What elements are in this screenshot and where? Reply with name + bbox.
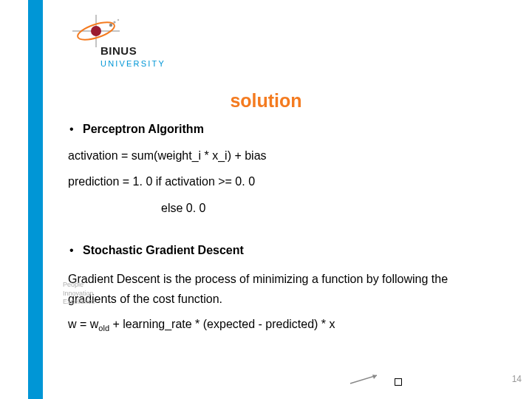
svg-point-3 — [91, 26, 101, 36]
slide-body: • Perceptron Algorithm activation = sum(… — [68, 121, 482, 334]
else-line: else 0. 0 — [68, 200, 482, 216]
weight-update-formula: w = wold + learning_rate * (expected - p… — [68, 316, 482, 334]
bullet-dot: • — [68, 121, 83, 137]
sidebar-accent — [28, 0, 43, 399]
svg-point-5 — [113, 21, 115, 23]
bullet-perceptron: • Perceptron Algorithm — [68, 121, 482, 137]
annotation-mark — [347, 372, 402, 389]
activation-line: activation = sum(weight_i * x_i) + bias — [68, 148, 482, 164]
square-icon — [395, 378, 402, 386]
arrow-icon — [347, 372, 392, 386]
binus-logo-icon: BINUS UNIVERSITY — [66, 15, 177, 74]
svg-point-4 — [109, 24, 112, 27]
bullet-dot: • — [68, 242, 83, 259]
page-number: 14 — [512, 374, 522, 384]
sgd-description: Gradient Descent is the process of minim… — [68, 269, 482, 309]
brand-name-top: BINUS — [100, 44, 137, 57]
formula-sub: old — [98, 324, 109, 333]
svg-point-6 — [117, 19, 119, 21]
svg-line-7 — [350, 375, 377, 383]
formula-pre: w = w — [68, 318, 98, 330]
bullet-label: Perceptron Algorithm — [83, 121, 204, 137]
formula-post: + learning_rate * (expected - predicted)… — [109, 318, 335, 330]
bullet-label: Stochastic Gradient Descent — [83, 242, 244, 259]
tagline: People Innovation Excellence — [63, 281, 95, 307]
tagline-l3: Excellence — [63, 298, 95, 307]
brand-logo: BINUS UNIVERSITY — [66, 15, 177, 74]
tagline-l2: Innovation — [63, 290, 95, 299]
bullet-sgd: • Stochastic Gradient Descent — [68, 242, 482, 259]
tagline-l1: People — [63, 281, 95, 290]
brand-name-bottom: UNIVERSITY — [100, 59, 166, 68]
slide-title: solution — [0, 90, 532, 112]
prediction-line: prediction = 1. 0 if activation >= 0. 0 — [68, 174, 482, 190]
